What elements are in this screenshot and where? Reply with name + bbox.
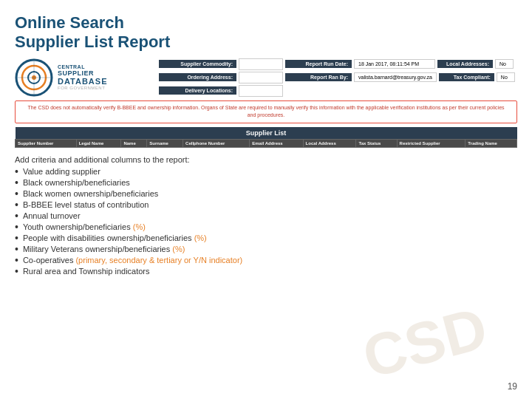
tax-compliant-label: Tax Compliant: (439, 73, 494, 81)
ordering-address-label: Ordering Address: (159, 73, 236, 81)
bullet-icon: • (15, 244, 18, 254)
bullet-icon: • (15, 200, 18, 210)
delivery-locations-label: Delivery Locations: (159, 86, 236, 95)
list-item: • Rural area and Township indicators (15, 266, 517, 277)
logo-icon (15, 58, 53, 97)
page: Online Search Supplier List Report CENTR… (0, 0, 532, 399)
list-item: • Co-operatives (primary, secondary & te… (15, 255, 517, 266)
list-item: • Youth ownership/beneficiaries (%) (15, 222, 517, 233)
col-email: Email Address (250, 139, 303, 147)
delivery-locations-value (239, 85, 283, 97)
supplier-commodity-value (239, 58, 283, 70)
col-trading-name: Trading Name (466, 139, 517, 147)
col-supplier-number: Supplier Number (16, 139, 77, 147)
bullet-icon: • (15, 222, 18, 232)
list-item: • Black women ownership/beneficiaries (15, 188, 517, 200)
bullet-icon: • (15, 166, 18, 177)
list-item: • Black ownership/beneficiaries (15, 177, 517, 188)
page-title: Online Search Supplier List Report (15, 13, 517, 52)
report-run-date-label: Report Run Date: (285, 60, 352, 68)
criteria-list: • Value adding supplier • Black ownershi… (15, 166, 517, 277)
content-section: Add criteria and additional columns to t… (15, 152, 517, 280)
list-item: • Value adding supplier (15, 166, 517, 177)
bullet-icon: • (15, 255, 18, 265)
list-item: • Military Veterans ownership/beneficiar… (15, 244, 517, 255)
watermark: CSD (356, 294, 494, 392)
local-addresses-value: No (495, 59, 514, 69)
bullet-icon: • (15, 266, 18, 276)
col-name: Name (121, 139, 147, 147)
col-legal-name: Legal Name (76, 139, 121, 147)
logo: CENTRAL SUPPLIER DATABASE FOR GOVERNMENT (15, 58, 151, 97)
page-number: 19 (508, 381, 517, 392)
report-ran-by-value: valista.barnard@treasury.gov.za (354, 72, 437, 82)
supplier-list-title: Supplier List (16, 127, 517, 140)
content-intro: Add criteria and additional columns to t… (15, 155, 517, 164)
report-run-date-value: 18 Jan 2017, 08:11:54 PM (354, 59, 435, 69)
col-local-address: Local Address (303, 139, 356, 147)
local-addresses-label: Local Addresses: (437, 60, 493, 68)
bullet-icon: • (15, 177, 18, 188)
list-item-annual-turnover: • Annual turnover (15, 211, 517, 222)
disclaimer: The CSD does not automatically verify B-… (15, 100, 517, 123)
supplier-commodity-label: Supplier Commodity: (159, 60, 236, 68)
col-tax-status: Tax Status (356, 139, 397, 147)
logo-text: CENTRAL SUPPLIER DATABASE FOR GOVERNMENT (58, 64, 107, 90)
bullet-icon: • (15, 233, 18, 243)
ordering-address-value (239, 72, 283, 83)
list-item: • People with disabilities ownership/ben… (15, 233, 517, 244)
bullet-icon: • (15, 188, 18, 199)
report-ran-by-label: Report Ran By: (285, 73, 352, 81)
col-restricted: Restricted Supplier (397, 139, 466, 147)
col-surname: Surname (147, 139, 183, 147)
bullet-icon: • (15, 211, 18, 221)
list-item: • B-BBEE level status of contribution (15, 200, 517, 211)
tax-compliant-value: No (497, 72, 515, 82)
col-cellphone: Cellphone Number (183, 139, 250, 147)
supplier-list-table: Supplier List Supplier Number Legal Name… (15, 127, 517, 148)
